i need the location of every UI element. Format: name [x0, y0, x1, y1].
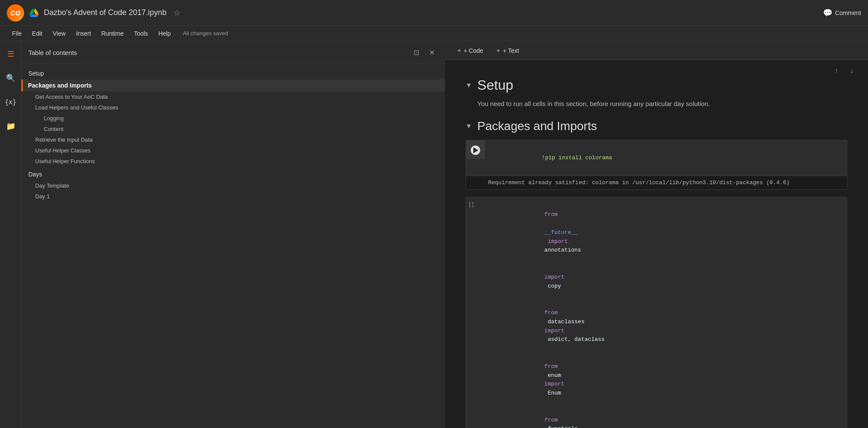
menu-insert[interactable]: Insert — [71, 26, 96, 41]
kw-import-1: import — [544, 238, 571, 245]
kw-annotations: annotations — [544, 247, 581, 253]
toc-helper-classes-label: Useful Helper Classes — [35, 147, 91, 154]
files-icon-btn[interactable]: 📁 — [3, 118, 18, 134]
toc-content[interactable]: Content — [21, 124, 445, 134]
nav-arrows: ↑ ↓ — [830, 65, 858, 77]
toc-helper-functions-label: Useful Helper Functions — [35, 158, 95, 164]
cell-2: [ ] from __future__ import annotations — [466, 197, 848, 428]
kw-asdict: asdict, dataclass — [544, 336, 604, 343]
cell-2-line-2: import copy — [487, 264, 847, 300]
comment-icon: 💬 — [823, 8, 832, 18]
kw-from-4: from — [544, 363, 557, 370]
toc-load-helpers[interactable]: Load Helpers and Useful Classes — [21, 102, 445, 113]
kw-Enum: Enum — [544, 390, 561, 396]
toc-packages-imports[interactable]: Packages and Imports — [23, 79, 445, 91]
kw-dataclasses: dataclasses — [544, 319, 588, 325]
sidebar-icons: ☰ 🔍 {x} 📁 — [0, 41, 21, 428]
kw-copy: copy — [544, 283, 561, 289]
setup-title: Setup — [477, 77, 513, 93]
kw-functools: functools — [544, 425, 581, 428]
file-title[interactable]: Dazbo's Advent of Code 2017.ipynb — [44, 8, 167, 17]
notebook-content: ▼ Setup You need to run all cells in thi… — [445, 60, 868, 428]
nav-down-btn[interactable]: ↓ — [846, 65, 858, 77]
files-icon: 📁 — [6, 121, 15, 131]
drive-icon — [29, 8, 39, 18]
toc-retrieve-input[interactable]: Retrieve the Input Data — [21, 134, 445, 145]
kw-enum: enum — [544, 372, 564, 379]
toc-icon: ☰ — [7, 49, 14, 59]
toc-logging[interactable]: Logging — [21, 113, 445, 124]
packages-collapse-arrow[interactable]: ▼ — [466, 122, 472, 130]
top-bar: co Dazbo's Advent of Code 2017.ipynb ☆ 💬… — [0, 0, 868, 26]
save-status: All changes saved — [183, 30, 228, 36]
toc-setup[interactable]: Setup — [21, 67, 445, 79]
cell-bracket-2: [ ] — [466, 197, 487, 212]
toc-days[interactable]: Days — [21, 168, 445, 180]
colab-logo: co — [7, 4, 24, 21]
expand-icon: ⊡ — [414, 49, 419, 57]
toc-header: Table of contents ⊡ ✕ — [21, 41, 445, 64]
close-icon: ✕ — [429, 49, 435, 57]
search-icon: 🔍 — [6, 73, 15, 83]
menu-tools[interactable]: Tools — [129, 26, 153, 41]
variables-icon: {x} — [5, 98, 16, 106]
search-icon-btn[interactable]: 🔍 — [3, 70, 18, 86]
comment-button[interactable]: 💬 Comment — [823, 8, 861, 18]
run-btn-1[interactable] — [466, 140, 485, 159]
menu-runtime[interactable]: Runtime — [96, 26, 129, 41]
menu-help[interactable]: Help — [153, 26, 176, 41]
cell-run-bar-2: [ ] from __future__ import annotations — [466, 197, 847, 428]
star-icon[interactable]: ☆ — [174, 8, 180, 18]
menu-view[interactable]: View — [48, 26, 71, 41]
toc-panel: Table of contents ⊡ ✕ Setup Packages and… — [21, 41, 445, 428]
cell-2-line-5: from functools import cache — [487, 407, 847, 428]
add-text-btn[interactable]: ＋ + Text — [491, 44, 524, 57]
toc-packages-imports-row[interactable]: Packages and Imports — [21, 79, 445, 91]
cell-1-code: !pip install colorama — [485, 140, 847, 176]
toc-content: Setup Packages and Imports Get Access to… — [21, 64, 445, 428]
sp-1 — [544, 220, 548, 227]
kw-import-3: import — [544, 328, 564, 334]
toc-header-icons: ⊡ ✕ — [411, 46, 438, 58]
toc-day-template[interactable]: Day Template — [21, 180, 445, 191]
comment-label: Comment — [835, 9, 861, 16]
expand-icon-btn[interactable]: ⊡ — [411, 46, 423, 58]
close-toc-btn[interactable]: ✕ — [426, 46, 438, 58]
run-icon-1 — [471, 146, 480, 155]
cell-1-output: Requirement already satisfied: colorama … — [466, 176, 847, 189]
menu-file[interactable]: File — [7, 26, 27, 41]
add-code-icon: ＋ — [456, 47, 462, 55]
notebook-toolbar: ＋ + Code ＋ + Text ↑ ↓ — [445, 41, 868, 60]
kw-import-4: import — [544, 381, 564, 387]
code-cell-1[interactable]: !pip install colorama Requirement alread… — [466, 140, 848, 190]
variables-icon-btn[interactable]: {x} — [3, 94, 18, 110]
menu-edit[interactable]: Edit — [27, 26, 48, 41]
toc-helper-functions[interactable]: Useful Helper Functions — [21, 156, 445, 167]
add-text-icon: ＋ — [495, 47, 501, 55]
cell-2-code: from __future__ import annotations impor… — [487, 197, 847, 428]
setup-heading: ▼ Setup — [466, 77, 848, 93]
cell-2-line-3: from dataclasses import asdict, dataclas… — [487, 300, 847, 353]
main-layout: ☰ 🔍 {x} 📁 Table of contents ⊡ ✕ — [0, 41, 868, 428]
toc-aoc-data[interactable]: Get Access to Your AoC Data — [21, 91, 445, 102]
packages-title: Packages and Imports — [477, 119, 597, 133]
nav-up-btn[interactable]: ↑ — [830, 65, 842, 77]
cell-1-line-1: !pip install colorama — [485, 145, 847, 171]
code-cell-2[interactable]: [ ] from __future__ import annotations — [466, 197, 848, 428]
content-area: ＋ + Code ＋ + Text ↑ ↓ ▼ Setup You need t… — [445, 41, 868, 428]
cell-1-output-text: Requirement already satisfied: colorama … — [488, 179, 790, 186]
packages-heading: ▼ Packages and Imports — [466, 119, 848, 133]
toc-day1[interactable]: Day 1 — [21, 191, 445, 202]
setup-collapse-arrow[interactable]: ▼ — [466, 82, 472, 89]
toc-icon-btn[interactable]: ☰ — [3, 46, 18, 62]
menu-bar: File Edit View Insert Runtime Tools Help… — [0, 26, 868, 41]
add-code-btn[interactable]: ＋ + Code — [452, 44, 488, 57]
toc-helper-classes[interactable]: Useful Helper Classes — [21, 145, 445, 156]
logo-text: co — [10, 8, 20, 18]
kw-from-5: from — [544, 417, 557, 423]
kw-from-3: from — [544, 310, 557, 316]
toc-aoc-data-label: Get Access to Your AoC Data — [35, 94, 108, 100]
toc-load-helpers-label: Load Helpers and Useful Classes — [35, 104, 118, 111]
kw-import-2: import — [544, 274, 564, 280]
add-text-label: + Text — [503, 47, 519, 54]
